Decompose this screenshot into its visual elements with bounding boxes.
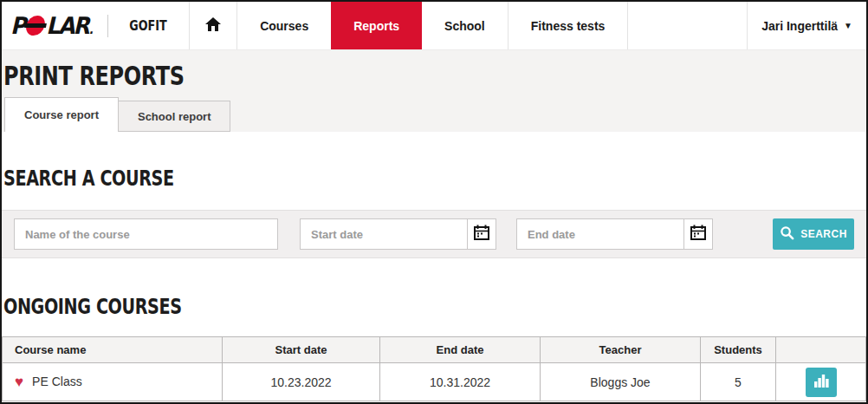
- gofit-label: GOFIT: [120, 2, 178, 49]
- course-name-cell: ♥PE Class: [3, 363, 223, 401]
- polar-logo-text: P LAR .: [10, 12, 92, 39]
- page-header: PRINT REPORTS Course report School repor…: [2, 49, 866, 132]
- table-header-row: Course name Start date End date Teacher …: [3, 337, 866, 363]
- course-name-input[interactable]: [14, 218, 278, 250]
- nav-item-courses[interactable]: Courses: [237, 2, 331, 49]
- polar-logo[interactable]: P LAR .: [2, 2, 120, 49]
- tab-course-report[interactable]: Course report: [4, 97, 119, 132]
- ongoing-courses-heading: ONGOING COURSES: [3, 295, 694, 319]
- ongoing-courses-table: Course name Start date End date Teacher …: [2, 336, 866, 401]
- actions-cell: [776, 363, 866, 401]
- end-date-cell: 10.31.2022: [380, 363, 541, 401]
- students-cell: 5: [701, 363, 776, 401]
- view-report-button[interactable]: [806, 368, 837, 397]
- start-date-cell: 10.23.2022: [223, 363, 380, 401]
- teacher-cell: Bloggs Joe: [541, 363, 701, 401]
- column-header-teacher: Teacher: [541, 337, 701, 363]
- user-name: Jari Ingerttilä: [761, 19, 838, 33]
- search-form: SEARCH: [2, 210, 866, 258]
- end-date-input[interactable]: [517, 219, 683, 249]
- top-navigation: P LAR . GOFIT Courses Reports School Fit…: [2, 2, 866, 49]
- heart-icon: ♥: [15, 374, 23, 390]
- polar-logo-dot: .: [89, 23, 92, 39]
- column-header-actions: [776, 337, 866, 363]
- logo-divider: [107, 15, 108, 37]
- column-header-start-date: Start date: [223, 337, 380, 363]
- search-section-heading: SEARCH A COURSE: [3, 166, 694, 191]
- polar-logo-o-icon: [24, 16, 47, 36]
- column-header-course-name: Course name: [3, 337, 223, 363]
- table-row: ♥PE Class 10.23.2022 10.31.2022 Bloggs J…: [3, 363, 866, 401]
- column-header-end-date: End date: [380, 337, 541, 363]
- calendar-icon: [473, 224, 490, 244]
- nav-item-school[interactable]: School: [422, 2, 508, 49]
- nav-home[interactable]: [189, 2, 237, 49]
- tab-school-report[interactable]: School report: [119, 101, 231, 132]
- user-menu[interactable]: Jari Ingerttilä ▼: [747, 2, 866, 49]
- bar-chart-icon: [813, 373, 830, 391]
- search-icon: [780, 225, 794, 243]
- end-date-calendar-button[interactable]: [683, 219, 712, 249]
- start-date-input[interactable]: [301, 219, 467, 249]
- polar-logo-p: P: [10, 12, 24, 39]
- home-icon: [205, 17, 221, 34]
- column-header-students: Students: [701, 337, 776, 363]
- start-date-calendar-button[interactable]: [467, 219, 496, 249]
- search-button[interactable]: SEARCH: [773, 218, 854, 250]
- page-title: PRINT REPORTS: [3, 61, 694, 91]
- report-tabs: Course report School report: [4, 97, 230, 132]
- calendar-icon: [690, 224, 707, 244]
- search-button-label: SEARCH: [800, 228, 847, 240]
- print-reports-page: P LAR . GOFIT Courses Reports School Fit…: [0, 0, 868, 404]
- nav-item-fitness-tests[interactable]: Fitness tests: [508, 2, 629, 49]
- polar-logo-lar: LAR: [46, 12, 88, 39]
- nav-item-reports[interactable]: Reports: [331, 2, 422, 49]
- course-name-text: PE Class: [32, 375, 82, 388]
- chevron-down-icon: ▼: [844, 21, 852, 30]
- end-date-group: [516, 218, 713, 250]
- start-date-group: [300, 218, 496, 250]
